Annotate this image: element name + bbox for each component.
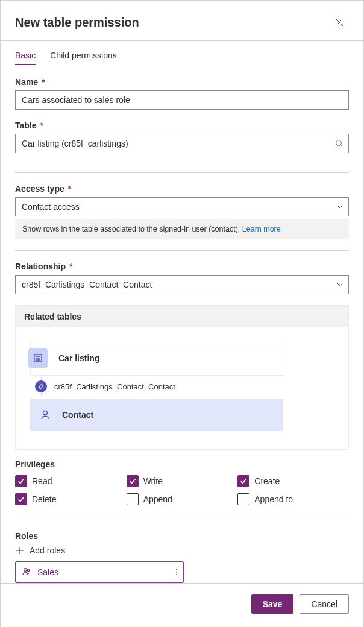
roles-header: Roles <box>15 531 349 541</box>
section-separator <box>15 515 349 515</box>
access-label: Access type * <box>15 184 349 194</box>
header-separator <box>1 40 363 41</box>
privilege-checkbox-append[interactable]: Append <box>127 493 238 505</box>
required-asterisk: * <box>66 184 71 194</box>
checkbox-icon <box>127 493 139 505</box>
role-chip-sales[interactable]: Sales <box>15 561 184 583</box>
privilege-label: Read <box>32 476 52 486</box>
more-icon[interactable] <box>176 569 177 575</box>
field-access-type: Access type * Contact access <box>15 184 349 216</box>
contact-icon <box>36 405 55 424</box>
tab-child-permissions[interactable]: Child permissions <box>50 51 116 65</box>
privileges-header: Privileges <box>15 459 349 469</box>
table-icon <box>28 348 48 368</box>
access-value: Contact access <box>22 202 80 212</box>
related-tables-box: Related tables Car listing cr85f_Carlist… <box>15 305 349 450</box>
relationship-label: Relationship * <box>15 262 349 271</box>
tab-basic[interactable]: Basic <box>15 51 36 65</box>
privilege-label: Append <box>143 494 172 504</box>
panel-footer: Save Cancel <box>1 583 363 614</box>
chevron-down-icon <box>336 203 344 210</box>
table-value: Car listing (cr85f_carlistings) <box>22 139 128 148</box>
relationship-value: cr85f_Carlistings_Contact_Contact <box>22 280 152 289</box>
name-label: Name * <box>15 77 349 87</box>
relationship-link-row: cr85f_Carlistings_Contact_Contact <box>35 380 283 392</box>
add-roles-button[interactable]: Add roles <box>15 546 349 555</box>
privilege-label: Create <box>254 476 280 486</box>
panel-title: New table permission <box>15 16 139 30</box>
privileges-section: Privileges ReadWriteCreateDeleteAppendAp… <box>15 459 349 511</box>
related-card-contact[interactable]: Contact <box>30 399 283 431</box>
required-asterisk: * <box>67 262 72 271</box>
relationship-link-text: cr85f_Carlistings_Contact_Contact <box>54 382 175 391</box>
field-name: Name * <box>15 77 349 110</box>
checkbox-icon <box>237 493 249 505</box>
svg-point-2 <box>43 411 48 415</box>
related-card-car-listing[interactable]: Car listing <box>30 342 283 374</box>
svg-point-4 <box>27 569 30 572</box>
new-table-permission-panel: New table permission Basic Child permiss… <box>0 0 364 627</box>
privilege-checkbox-delete[interactable]: Delete <box>15 493 127 505</box>
close-icon <box>334 17 344 27</box>
field-table: Table * Car listing (cr85f_carlistings) <box>15 121 349 153</box>
required-asterisk: * <box>39 77 45 87</box>
required-asterisk: * <box>38 121 43 130</box>
privilege-checkbox-write[interactable]: Write <box>127 475 238 487</box>
svg-point-0 <box>336 140 342 146</box>
people-icon <box>22 567 31 578</box>
plus-icon <box>15 546 25 555</box>
section-separator <box>15 172 349 173</box>
learn-more-link[interactable]: Learn more <box>242 225 281 233</box>
privilege-label: Append to <box>254 494 293 504</box>
field-relationship: Relationship * cr85f_Carlistings_Contact… <box>15 262 349 294</box>
panel-header: New table permission <box>15 13 349 32</box>
checkbox-icon <box>15 475 27 487</box>
section-separator <box>15 250 349 251</box>
role-chip-label: Sales <box>37 567 58 577</box>
related-card-label: Car listing <box>58 353 99 363</box>
relationship-select[interactable]: cr85f_Carlistings_Contact_Contact <box>15 275 349 294</box>
checkbox-icon <box>15 493 27 505</box>
access-info-bar: Show rows in the table associated to the… <box>15 219 349 239</box>
checkbox-icon <box>127 475 139 487</box>
table-picker[interactable]: Car listing (cr85f_carlistings) <box>15 134 349 153</box>
cancel-button[interactable]: Cancel <box>300 594 349 614</box>
close-button[interactable] <box>330 13 349 32</box>
link-icon <box>35 380 47 392</box>
related-tables-header: Related tables <box>16 306 348 327</box>
privilege-checkbox-create[interactable]: Create <box>237 475 349 487</box>
related-card-label: Contact <box>62 410 93 420</box>
relationship-connector: cr85f_Carlistings_Contact_Contact <box>30 380 283 392</box>
privilege-label: Delete <box>32 494 56 504</box>
privilege-checkbox-append-to[interactable]: Append to <box>237 493 349 505</box>
tabs: Basic Child permissions <box>15 51 349 65</box>
access-type-select[interactable]: Contact access <box>15 197 349 216</box>
add-roles-label: Add roles <box>30 546 65 555</box>
name-input[interactable] <box>15 90 349 110</box>
chevron-down-icon <box>336 281 344 288</box>
search-icon <box>335 139 344 148</box>
access-info-text: Show rows in the table associated to the… <box>22 225 240 233</box>
save-button[interactable]: Save <box>251 594 294 614</box>
roles-section: Roles Add roles Sales <box>15 531 349 583</box>
privileges-grid: ReadWriteCreateDeleteAppendAppend to <box>15 475 349 511</box>
related-tables-body: Car listing cr85f_Carlistings_Contact_Co… <box>16 327 348 449</box>
table-label: Table * <box>15 121 349 130</box>
privilege-checkbox-read[interactable]: Read <box>15 475 127 487</box>
svg-point-3 <box>24 568 27 571</box>
checkbox-icon <box>237 475 249 487</box>
privilege-label: Write <box>143 476 163 486</box>
